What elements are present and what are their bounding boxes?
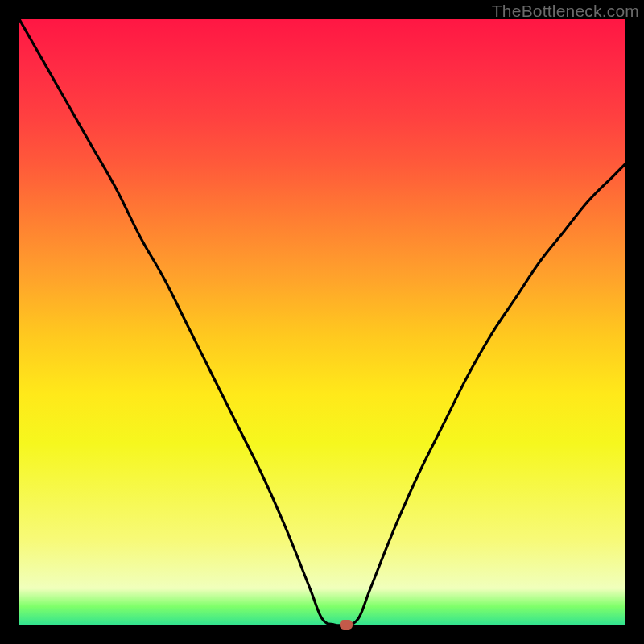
watermark-text: TheBottleneck.com bbox=[492, 2, 639, 21]
bottleneck-curve bbox=[19, 19, 625, 625]
curve-svg bbox=[19, 19, 625, 625]
min-marker bbox=[340, 620, 353, 630]
chart-frame: TheBottleneck.com bbox=[0, 0, 644, 644]
plot-area bbox=[19, 19, 625, 625]
